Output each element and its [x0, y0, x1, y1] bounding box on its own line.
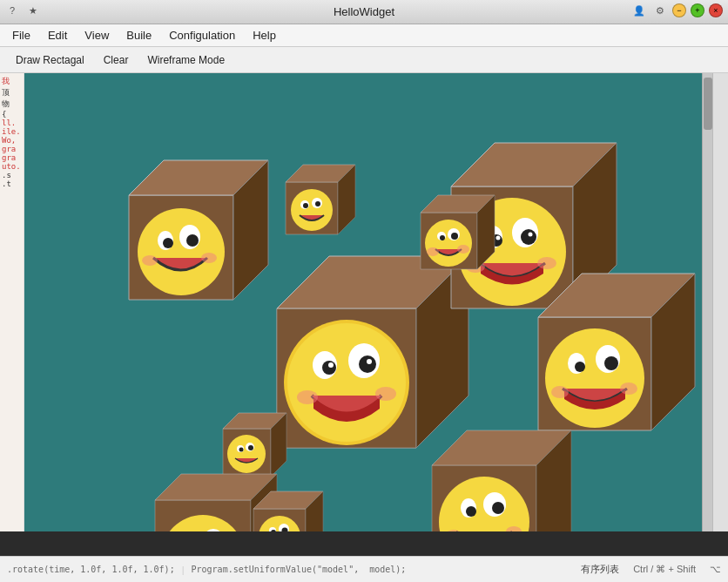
window-title: HelloWidget	[334, 5, 394, 18]
svg-point-6	[287, 323, 406, 442]
menu-configulation[interactable]: Configulation	[160, 26, 244, 44]
svg-point-61	[239, 448, 244, 452]
svg-point-48	[545, 328, 644, 428]
gl-viewport	[24, 73, 712, 531]
main-content: 我 顶 物 { ll. ile. Wo, gra gra uto. .s .t	[0, 73, 728, 531]
bottom-code-left: .rotate(time, 1.0f, 1.0f, 1.0f);	[7, 565, 175, 574]
left-code-12: .t	[2, 179, 22, 188]
left-code-2: 顶	[2, 87, 22, 98]
svg-point-62	[248, 445, 253, 450]
user-icon[interactable]: 👤	[632, 3, 646, 17]
bottom-list-label: 有序列表	[581, 563, 619, 576]
bottom-bar: .rotate(time, 1.0f, 1.0f, 1.0f); | Progr…	[0, 556, 728, 582]
left-code-4: {	[2, 110, 22, 118]
svg-point-79	[466, 506, 476, 517]
svg-point-58	[227, 435, 266, 473]
svg-point-52	[604, 356, 618, 370]
clear-button[interactable]: Clear	[95, 51, 138, 69]
bottom-shortcut: Ctrl / ⌘ + Shift	[633, 564, 696, 575]
maximize-button[interactable]: +	[691, 3, 704, 17]
svg-point-91	[427, 247, 439, 256]
left-code-3: 物	[2, 98, 22, 110]
left-code-11: .s	[2, 171, 22, 179]
svg-point-21	[163, 238, 173, 248]
svg-point-24	[201, 253, 217, 263]
svg-point-13	[297, 390, 318, 404]
left-code-9: gra	[2, 153, 22, 162]
menu-view[interactable]: View	[76, 26, 118, 44]
svg-point-22	[186, 234, 199, 247]
svg-point-28	[291, 189, 333, 231]
left-code-1: 我	[2, 76, 22, 87]
svg-point-42	[529, 233, 533, 237]
menu-bar: File Edit View Buile Configulation Help	[0, 24, 728, 47]
svg-point-51	[575, 362, 585, 372]
gear-icon[interactable]: ⚙	[653, 3, 667, 17]
cubes-svg	[24, 73, 712, 531]
toolbar: Draw Rectagal Clear Wireframe Mode	[0, 47, 728, 73]
svg-point-92	[457, 245, 469, 254]
menu-help[interactable]: Help	[244, 26, 285, 44]
svg-point-31	[303, 203, 308, 208]
svg-point-86	[425, 220, 472, 267]
svg-point-90	[451, 233, 458, 240]
svg-point-80	[492, 502, 504, 514]
menu-edit[interactable]: Edit	[39, 26, 76, 44]
bottom-alt-key: ⌥	[710, 564, 721, 575]
svg-point-10	[359, 355, 376, 373]
right-sidebar	[712, 73, 728, 531]
left-code-8: gra	[2, 145, 22, 153]
svg-point-32	[315, 201, 320, 206]
svg-point-18	[138, 208, 225, 295]
bottom-code-right: Program.setUniformValue("model", model);	[192, 565, 407, 574]
svg-point-53	[551, 386, 569, 398]
svg-point-40	[521, 229, 536, 245]
menu-buile[interactable]: Buile	[118, 26, 160, 44]
svg-point-11	[328, 362, 334, 368]
menu-file[interactable]: File	[3, 26, 39, 44]
question-icon[interactable]: ?	[5, 3, 19, 17]
svg-point-14	[375, 387, 396, 401]
window-icons-left: ? ★	[5, 3, 40, 17]
title-bar: ? ★ HelloWidget − + × 👤 ⚙	[0, 0, 728, 24]
svg-point-54	[620, 382, 637, 395]
left-code-5: ll.	[2, 118, 22, 127]
viewport-scrollbar[interactable]	[702, 73, 712, 531]
svg-point-23	[142, 255, 158, 266]
svg-point-44	[537, 257, 556, 269]
left-code-6: ile.	[2, 127, 22, 136]
svg-point-89	[440, 235, 445, 240]
window-controls: − + ×	[672, 3, 723, 17]
left-code-7: Wo,	[2, 136, 22, 145]
close-button[interactable]: ×	[709, 3, 723, 17]
wireframe-mode-button[interactable]: Wireframe Mode	[138, 51, 233, 69]
draw-rectagal-button[interactable]: Draw Rectagal	[7, 51, 93, 69]
svg-point-41	[496, 236, 501, 240]
minimize-button[interactable]: −	[672, 3, 686, 17]
star-icon[interactable]: ★	[26, 3, 40, 17]
left-code-10: uto.	[2, 162, 22, 171]
svg-point-12	[367, 359, 372, 364]
svg-point-9	[322, 361, 336, 375]
